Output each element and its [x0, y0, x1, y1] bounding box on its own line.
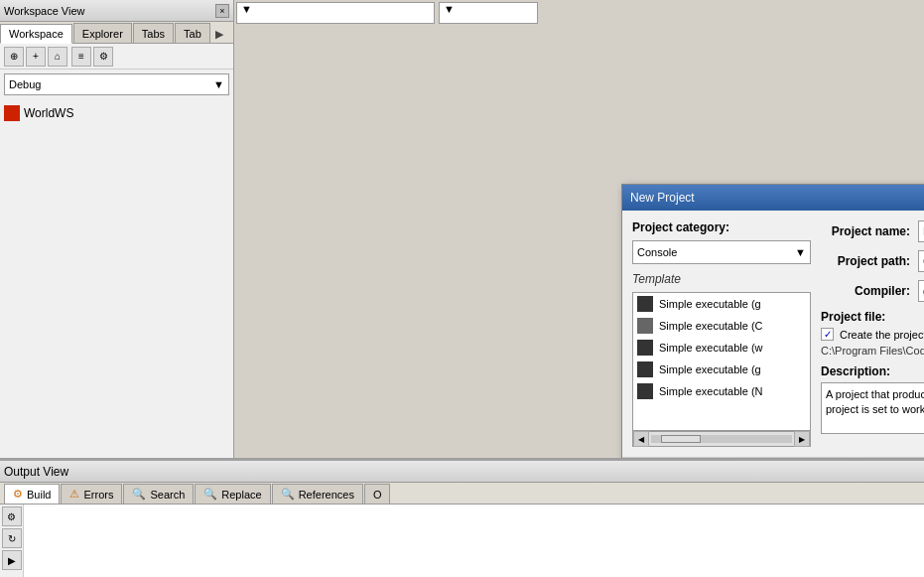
- hscroll-right-button[interactable]: ▶: [794, 431, 810, 447]
- debug-dropdown-arrow: ▼: [213, 78, 224, 90]
- new-workspace-button[interactable]: ⊕: [4, 47, 24, 67]
- template-list[interactable]: Simple executable (g Simple executable (…: [632, 292, 811, 431]
- dialog-buttons: OK Cancel: [622, 457, 924, 458]
- output-tabs: ⚙ Build ⚠ Errors 🔍 Search 🔍 Replace 🔍 Re…: [0, 483, 924, 505]
- checkbox-label-text: Create the project under a separate dire…: [840, 329, 924, 341]
- template-icon-4: [637, 383, 653, 399]
- build-icon: ⚙: [13, 488, 23, 501]
- template-item-2[interactable]: Simple executable (w: [633, 337, 810, 359]
- hscroll-left-button[interactable]: ◀: [633, 431, 649, 447]
- project-icon: [4, 105, 20, 121]
- top-combo-bar: ▼ ▼: [234, 0, 924, 26]
- scope-combo[interactable]: ▼: [439, 2, 538, 24]
- tree-item-worldws[interactable]: WorldWS: [4, 103, 229, 123]
- add-project-button[interactable]: +: [26, 47, 46, 67]
- workspace-title: Workspace View: [4, 5, 85, 17]
- dialog-title: New Project: [630, 191, 695, 205]
- dialog-body: Project category: Console ▼ Template Sim…: [622, 211, 924, 457]
- output-sidebar-icons: ⚙ ↻ ▶: [0, 505, 24, 577]
- dialog-right-section: Project name: Project path: 🔍: [821, 220, 924, 447]
- category-label: Project category:: [632, 220, 811, 234]
- separate-dir-checkbox[interactable]: ✓: [821, 328, 834, 341]
- debug-config-dropdown[interactable]: Debug ▼: [4, 73, 229, 95]
- template-icon-2: [637, 340, 653, 356]
- tab-tabs[interactable]: Tabs: [133, 23, 174, 43]
- compiler-label: Compiler:: [821, 284, 910, 298]
- settings-button[interactable]: ⚙: [93, 47, 113, 67]
- content-area: Workspace View × Workspace Explorer Tabs…: [0, 0, 924, 458]
- description-label: Description:: [821, 364, 924, 378]
- output-tab-search[interactable]: 🔍 Search: [123, 484, 194, 504]
- project-path-input[interactable]: [918, 250, 924, 272]
- description-box: A project that produces an executable. N…: [821, 382, 924, 434]
- template-icon-3: [637, 361, 653, 377]
- replace-icon: 🔍: [203, 488, 217, 501]
- project-file-label: Project file:: [821, 310, 924, 324]
- hscroll-thumb[interactable]: [661, 435, 701, 443]
- category-dropdown-arrow: ▼: [795, 246, 806, 258]
- output-icon-btn-2[interactable]: ↻: [2, 528, 22, 548]
- project-path-row: Project path: 🔍: [821, 250, 924, 272]
- file-combo[interactable]: ▼: [236, 2, 435, 24]
- output-tab-references[interactable]: 🔍 References: [272, 484, 363, 504]
- output-panel: Output View ⚙ Build ⚠ Errors 🔍 Search 🔍 …: [0, 458, 924, 577]
- file-combo-arrow: ▼: [241, 3, 252, 15]
- output-tab-replace[interactable]: 🔍 Replace: [195, 484, 270, 504]
- template-item-4[interactable]: Simple executable (N: [633, 380, 810, 402]
- template-icon-1: [637, 318, 653, 334]
- project-name-input[interactable]: [918, 220, 924, 242]
- workspace-close-button[interactable]: ×: [215, 4, 229, 18]
- workspace-titlebar: Workspace View ×: [0, 0, 233, 22]
- description-text: A project that produces an executable. N…: [826, 388, 924, 415]
- output-titlebar: Output View: [0, 461, 924, 483]
- workspace-tab-bar: Workspace Explorer Tabs Tab ▶: [0, 22, 233, 44]
- project-name-label: Project name:: [821, 224, 910, 238]
- ref-icon: 🔍: [281, 488, 295, 501]
- full-path-display: C:\Program Files\CodeLite\WorldWS\HelloW…: [821, 345, 924, 357]
- search-icon: 🔍: [132, 488, 146, 501]
- compiler-dropdown[interactable]: gnu g++ ▼: [918, 280, 924, 302]
- category-dropdown[interactable]: Console ▼: [632, 240, 811, 264]
- output-icon-btn-3[interactable]: ▶: [2, 550, 22, 570]
- template-item-0[interactable]: Simple executable (g: [633, 293, 810, 315]
- workspace-toolbar: ⊕ + ⌂ ≡ ⚙: [0, 44, 233, 70]
- tab-workspace[interactable]: Workspace: [0, 24, 72, 44]
- output-tab-build[interactable]: ⚙ Build: [4, 484, 60, 504]
- main-layout: Workspace View × Workspace Explorer Tabs…: [0, 0, 924, 577]
- output-content: ⚙ ↻ ▶: [0, 505, 924, 577]
- home-button[interactable]: ⌂: [48, 47, 67, 67]
- project-name-row: Project name:: [821, 220, 924, 242]
- workspace-tree: WorldWS: [0, 99, 233, 458]
- tab-scroll-arrow[interactable]: ▶: [211, 26, 227, 43]
- project-label: WorldWS: [24, 106, 73, 120]
- tab-tab[interactable]: Tab: [175, 23, 210, 43]
- tab-explorer[interactable]: Explorer: [73, 23, 132, 43]
- compiler-row: Compiler: gnu g++ ▼: [821, 280, 924, 302]
- right-main-area: ▼ ▼ New Project ✕ Project ca: [234, 0, 924, 458]
- left-panel: Workspace View × Workspace Explorer Tabs…: [0, 0, 234, 458]
- collapse-button[interactable]: ≡: [71, 47, 91, 67]
- output-tab-other[interactable]: O: [364, 484, 391, 504]
- output-title: Output View: [4, 465, 68, 479]
- output-icon-btn-1[interactable]: ⚙: [2, 506, 22, 526]
- template-label: Template: [632, 272, 811, 286]
- dialog-left-section: Project category: Console ▼ Template Sim…: [632, 220, 811, 447]
- dialog-titlebar: New Project ✕: [622, 185, 924, 211]
- hscroll-track: [651, 435, 792, 443]
- template-hscroll[interactable]: ◀ ▶: [632, 431, 811, 447]
- scope-combo-arrow: ▼: [444, 3, 455, 15]
- project-path-group: 🔍: [918, 250, 924, 272]
- output-tab-errors[interactable]: ⚠ Errors: [61, 484, 122, 504]
- template-item-1[interactable]: Simple executable (C: [633, 315, 810, 337]
- template-item-3[interactable]: Simple executable (g: [633, 359, 810, 380]
- checkbox-row: ✓ Create the project under a separate di…: [821, 328, 924, 341]
- project-path-label: Project path:: [821, 254, 910, 268]
- error-icon: ⚠: [69, 488, 79, 501]
- new-project-dialog: New Project ✕ Project category: Console …: [621, 184, 924, 458]
- template-icon-0: [637, 296, 653, 312]
